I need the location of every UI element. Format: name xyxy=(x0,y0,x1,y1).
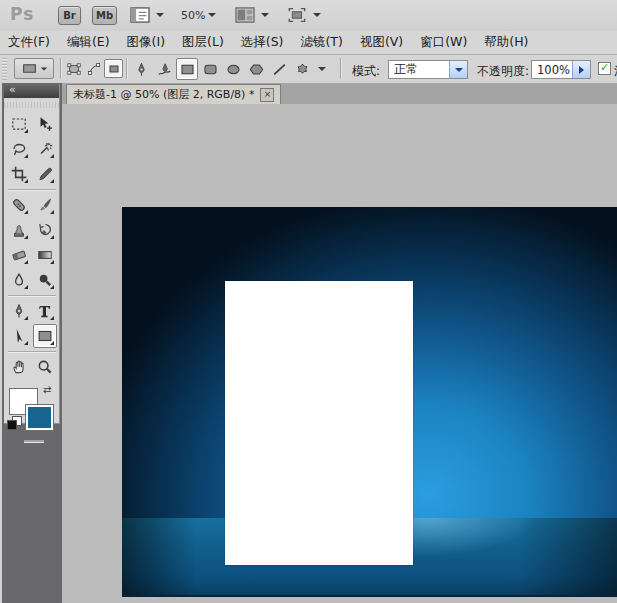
collapse-panel-button[interactable]: « xyxy=(4,84,59,98)
tool-row xyxy=(7,193,57,217)
brush-tool[interactable] xyxy=(33,193,57,217)
rectangle-tool[interactable] xyxy=(33,324,57,348)
options-line-tool-button[interactable] xyxy=(268,58,290,80)
menu-item-window[interactable]: 窗口(W) xyxy=(420,34,467,51)
type-tool[interactable] xyxy=(33,299,57,323)
background-color-swatch[interactable] xyxy=(25,404,54,431)
options-separator xyxy=(126,58,127,79)
swap-colors-icon[interactable]: ⇄ xyxy=(43,384,51,395)
document-tab-title: 未标题-1 @ 50% (图层 2, RGB/8) * xyxy=(73,87,254,102)
healing-brush-tool[interactable] xyxy=(7,193,31,217)
work-area xyxy=(62,104,617,603)
opacity-field[interactable]: 100% xyxy=(531,60,591,79)
document-tab-bar: 未标题-1 @ 50% (图层 2, RGB/8) * × xyxy=(62,83,617,105)
drawing-mode-shape-layers-button[interactable] xyxy=(64,59,83,78)
photoshop-logo: Ps xyxy=(10,4,34,24)
dodge-tool[interactable] xyxy=(33,268,57,292)
tool-row xyxy=(7,112,57,136)
drawing-mode-paths-button[interactable] xyxy=(84,59,103,78)
tool-row xyxy=(7,218,57,242)
close-icon[interactable]: × xyxy=(260,88,274,102)
magic-wand-tool[interactable] xyxy=(33,137,57,161)
screen-mode-icon[interactable] xyxy=(286,6,308,24)
mini-bridge-button[interactable]: Mb xyxy=(92,6,117,25)
menu-bar: 文件(F)编辑(E)图像(I)图层(L)选择(S)滤镜(T)视图(V)窗口(W)… xyxy=(0,31,617,55)
move-tool[interactable] xyxy=(33,112,57,136)
options-pen-tool-button[interactable] xyxy=(130,58,152,80)
photoshop-window: Ps Br Mb 50% 文件(F)编辑(E)图像(I)图层(L)选择(S)滤镜… xyxy=(0,0,617,603)
tool-group-divider xyxy=(8,295,56,296)
color-swatch-area: ⇄ xyxy=(7,384,57,444)
opacity-value: 100% xyxy=(532,63,572,77)
options-freeform-pen-tool-button[interactable] xyxy=(153,58,175,80)
menu-item-edit[interactable]: 编辑(E) xyxy=(67,34,110,51)
tool-group-divider xyxy=(8,189,56,190)
clone-stamp-tool[interactable] xyxy=(7,218,31,242)
crop-tool[interactable] xyxy=(7,162,31,186)
menu-item-select[interactable]: 选择(S) xyxy=(241,34,284,51)
opacity-slider-button[interactable] xyxy=(572,61,590,78)
rectangular-marquee-tool[interactable] xyxy=(7,112,31,136)
tool-grid xyxy=(7,112,57,380)
arrange-documents-icon[interactable] xyxy=(234,6,256,24)
options-custom-shape-tool-button[interactable] xyxy=(291,58,313,80)
tool-group-divider xyxy=(8,351,56,352)
eyedropper-tool[interactable] xyxy=(33,162,57,186)
default-colors-icon[interactable] xyxy=(7,416,21,430)
screen-mode-dropdown-caret[interactable] xyxy=(313,13,321,17)
options-ellipse-tool-button[interactable] xyxy=(222,58,244,80)
blend-mode-dropdown-button[interactable] xyxy=(449,61,467,78)
menu-item-image[interactable]: 图像(I) xyxy=(127,34,165,51)
menu-item-filter[interactable]: 滤镜(T) xyxy=(300,34,342,51)
menu-item-view[interactable]: 视图(V) xyxy=(360,34,403,51)
tool-row xyxy=(7,324,57,348)
lasso-tool[interactable] xyxy=(7,137,31,161)
tool-row xyxy=(7,162,57,186)
workspace-dropdown-caret[interactable] xyxy=(156,13,164,17)
history-brush-tool[interactable] xyxy=(33,218,57,242)
zoom-dropdown-caret[interactable] xyxy=(208,13,216,17)
tool-row xyxy=(7,355,57,379)
tool-row xyxy=(7,137,57,161)
bridge-button[interactable]: Br xyxy=(58,6,81,25)
options-separator xyxy=(60,58,61,79)
white-rectangle-shape xyxy=(225,281,413,565)
options-separator xyxy=(340,58,341,79)
tool-preset-icon xyxy=(21,60,38,77)
menu-item-file[interactable]: 文件(F) xyxy=(8,34,50,51)
document-canvas[interactable] xyxy=(122,207,617,597)
tools-dock: « ⇄ xyxy=(0,83,62,603)
antialias-checkbox[interactable]: ✓ xyxy=(598,62,611,75)
tool-row xyxy=(7,243,57,267)
tool-preset-picker[interactable] xyxy=(14,58,54,79)
pen-tool[interactable] xyxy=(7,299,31,323)
tool-row xyxy=(7,299,57,323)
shape-options-caret[interactable] xyxy=(318,67,326,71)
document-tab[interactable]: 未标题-1 @ 50% (图层 2, RGB/8) * × xyxy=(66,84,281,104)
menu-item-layer[interactable]: 图层(L) xyxy=(182,34,224,51)
zoom-level-field[interactable]: 50% xyxy=(181,9,205,22)
application-bar: Ps Br Mb 50% xyxy=(0,0,617,32)
gradient-tool[interactable] xyxy=(33,243,57,267)
tools-panel-grip[interactable] xyxy=(4,100,59,110)
blur-tool[interactable] xyxy=(7,268,31,292)
options-polygon-tool-button[interactable] xyxy=(245,58,267,80)
mode-label: 模式: xyxy=(352,63,380,80)
hand-tool[interactable] xyxy=(7,355,31,379)
options-rounded-rectangle-tool-button[interactable] xyxy=(199,58,221,80)
tool-options-bar: 模式: 正常 不透明度: 100% ✓ 消 xyxy=(0,55,617,84)
opacity-label: 不透明度: xyxy=(477,63,529,80)
workspace-icon[interactable] xyxy=(129,6,151,24)
panel-resize-handle[interactable] xyxy=(24,440,44,442)
path-selection-tool[interactable] xyxy=(7,324,31,348)
arrange-dropdown-caret[interactable] xyxy=(261,13,269,17)
tool-preset-caret xyxy=(40,67,46,70)
options-rectangle-tool-button[interactable] xyxy=(176,58,198,80)
blend-mode-value: 正常 xyxy=(389,61,449,78)
zoom-tool[interactable] xyxy=(33,355,57,379)
blend-mode-select[interactable]: 正常 xyxy=(388,60,468,79)
eraser-tool[interactable] xyxy=(7,243,31,267)
drawing-mode-fill-pixels-button[interactable] xyxy=(104,59,123,78)
options-bar-grip[interactable] xyxy=(2,58,7,80)
menu-item-help[interactable]: 帮助(H) xyxy=(484,34,528,51)
